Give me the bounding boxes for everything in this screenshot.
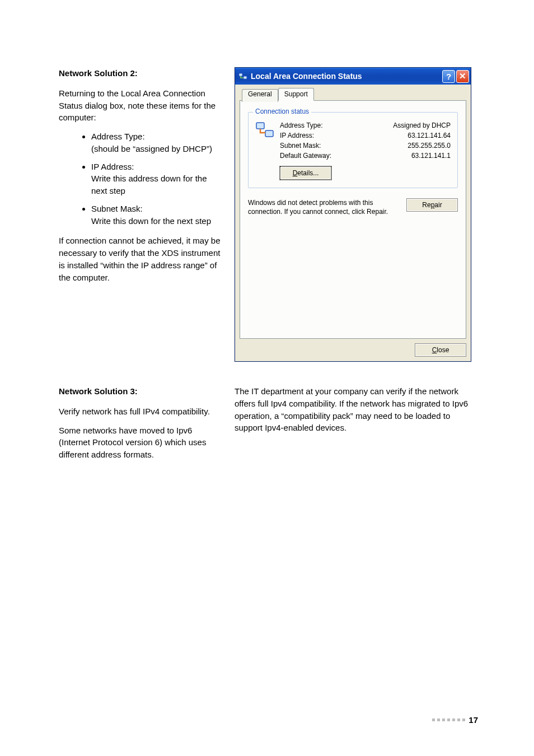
bullet-title: Address Type: [91,130,221,143]
close-window-button[interactable]: ✕ [456,70,469,83]
section3-right: The IT department at your company can ve… [235,385,478,434]
svg-rect-2 [256,123,264,129]
dialog-titlebar[interactable]: Local Area Connection Status ? ✕ [235,68,471,85]
repair-post: air [434,201,442,209]
dialog-title: Local Area Connection Status [251,72,441,81]
value: 255.255.255.0 [407,142,451,150]
bullet-address-type: Address Type: (should be “assigned by DH… [91,130,221,155]
bullet-ip-address: IP Address: Write this address down for … [91,161,221,197]
connection-status-group: Connection status [248,112,458,188]
label: Default Gateway: [280,152,331,160]
row-default-gateway: Default Gateway: 63.121.141.1 [280,152,451,160]
row-ip-address: IP Address: 63.121.141.64 [280,132,451,139]
connection-status-dialog: Local Area Connection Status ? ✕ General… [235,67,471,362]
section2-outro: If connection cannot be achieved, it may… [59,235,221,283]
close-accel: C [432,346,437,354]
value: 63.121.141.1 [411,152,451,160]
value: Assigned by DHCP [393,122,451,129]
bullet-title: IP Address: [91,161,221,173]
repair-button[interactable]: Repair [406,198,458,212]
page-footer: 17 [432,715,478,725]
bullet-sub: Write this down for the next step [91,215,221,227]
help-button[interactable]: ? [442,70,455,83]
label: Address Type: [280,122,323,129]
details-rest: etails... [297,169,318,177]
section3-heading: Network Solution 3: [59,385,221,398]
label: Subnet Mask: [280,142,321,150]
label: IP Address: [280,132,314,139]
svg-rect-1 [243,76,247,79]
page-number: 17 [469,715,478,725]
svg-rect-0 [239,73,242,76]
details-accel: D [293,169,298,177]
details-button[interactable]: Details... [280,166,331,180]
bullet-subnet-mask: Subnet Mask: Write this down for the nex… [91,203,221,227]
bullet-sub: (should be “assigned by DHCP”) [91,143,221,155]
close-button[interactable]: Close [415,343,466,357]
section2-intro: Returning to the Local Area Connection S… [59,87,221,124]
footer-dots-icon [432,718,465,721]
section3-p2: Some networks have moved to Ipv6 (Intern… [59,424,221,461]
group-legend: Connection status [253,108,311,115]
close-rest: lose [437,346,449,354]
repair-pre: Re [422,201,430,209]
section3-p1: Verify network has full IPv4 compatibili… [59,405,221,418]
tab-support[interactable]: Support [278,88,314,101]
svg-rect-3 [265,130,273,137]
network-icon [238,72,247,81]
connection-icon [255,120,274,139]
bullet-sub: Write this address down for the next ste… [91,172,221,197]
repair-description: Windows did not detect problems with thi… [248,198,400,216]
row-address-type: Address Type: Assigned by DHCP [280,122,451,129]
row-subnet-mask: Subnet Mask: 255.255.255.0 [280,142,451,150]
repair-accel: p [431,201,435,209]
value: 63.121.141.64 [407,132,451,139]
section2-heading: Network Solution 2: [59,67,221,80]
tab-general[interactable]: General [242,89,278,102]
bullet-title: Subnet Mask: [91,203,221,215]
